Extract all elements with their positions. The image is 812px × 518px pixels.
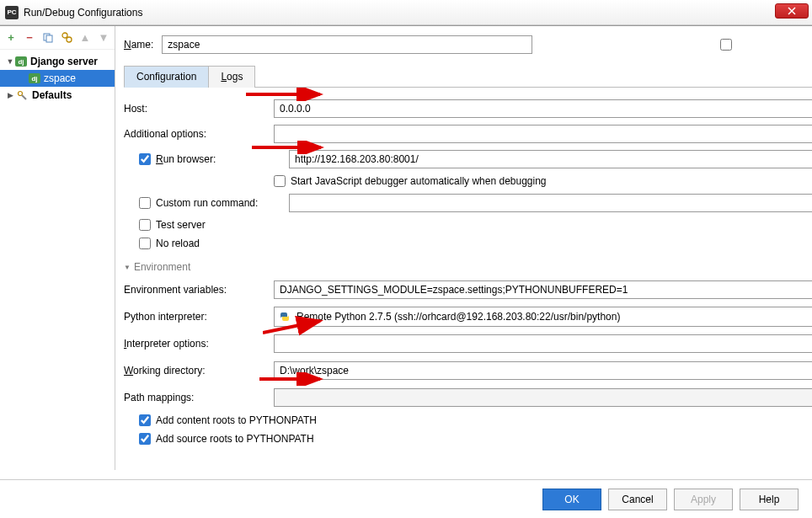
django-icon: dj	[15, 56, 27, 67]
svg-point-4	[18, 91, 22, 95]
sidebar: + − ▲ ▼ ▼ dj Django server dj zspace ▶	[0, 26, 115, 470]
apply-button[interactable]: Apply	[674, 489, 733, 510]
name-label: Name:	[124, 39, 153, 51]
expand-icon: ▼	[5, 57, 15, 66]
copy-icon[interactable]	[42, 32, 54, 44]
share-checkbox[interactable]: Share	[541, 39, 812, 51]
remove-icon[interactable]: −	[24, 32, 35, 44]
close-icon	[787, 7, 797, 15]
close-button[interactable]	[775, 3, 809, 19]
svg-point-2	[62, 33, 67, 38]
svg-point-3	[67, 37, 72, 42]
workdir-label: Working directory:	[124, 365, 267, 376]
app-icon: PC	[5, 6, 19, 19]
tree-node-django-server[interactable]: ▼ dj Django server	[0, 53, 115, 70]
window-title: Run/Debug Configurations	[24, 7, 142, 19]
chevron-down-icon: ▼	[124, 264, 131, 271]
test-server-checkbox[interactable]: Test server	[139, 219, 206, 231]
tab-logs[interactable]: Logs	[208, 66, 255, 88]
env-vars-input[interactable]	[274, 280, 812, 299]
tree-node-defaults[interactable]: ▶ Defaults	[0, 87, 115, 104]
expand-icon: ▶	[5, 91, 15, 99]
tree-node-zspace[interactable]: dj zspace	[0, 70, 115, 87]
addl-options-input[interactable]	[274, 125, 812, 143]
python-icon	[278, 310, 291, 323]
down-icon[interactable]: ▼	[98, 32, 110, 44]
custom-run-input[interactable]	[289, 194, 812, 212]
wrench-icon	[15, 89, 29, 101]
svg-rect-1	[46, 35, 52, 42]
name-row: Name: Share Single instance only	[124, 33, 812, 56]
run-browser-checkbox[interactable]: Run browser:	[139, 153, 282, 165]
up-icon[interactable]: ▲	[79, 32, 91, 44]
content-panel: Name: Share Single instance only Configu…	[115, 26, 812, 470]
env-vars-label: Environment variables:	[124, 284, 267, 296]
interp-opts-input[interactable]	[274, 334, 812, 353]
host-input[interactable]	[274, 99, 812, 118]
no-reload-checkbox[interactable]: No reload	[139, 238, 200, 249]
workdir-input[interactable]	[274, 361, 812, 380]
config-tree: ▼ dj Django server dj zspace ▶ Defaults	[0, 50, 115, 104]
sidebar-toolbar: + − ▲ ▼	[0, 26, 115, 50]
name-input[interactable]	[162, 35, 532, 54]
content-roots-checkbox[interactable]: Add content roots to PYTHONPATH	[139, 414, 317, 426]
help-button[interactable]: Help	[740, 489, 799, 510]
environment-section-header[interactable]: ▼ Environment	[124, 261, 812, 273]
pathmap-input[interactable]	[274, 388, 812, 407]
dialog-footer: OK Cancel Apply Help	[0, 479, 812, 518]
add-icon[interactable]: +	[5, 32, 17, 44]
tabs: Configuration Logs	[124, 65, 812, 88]
interp-opts-label: Interpreter options:	[124, 338, 267, 350]
source-roots-checkbox[interactable]: Add source roots to PYTHONPATH	[139, 433, 314, 445]
ok-button[interactable]: OK	[542, 489, 601, 510]
custom-run-checkbox[interactable]: Custom run command:	[139, 197, 282, 209]
addl-options-label: Additional options:	[124, 128, 267, 140]
host-label: Host:	[124, 103, 267, 115]
settings-icon[interactable]	[61, 32, 72, 44]
pathmap-label: Path mappings:	[124, 392, 267, 403]
cancel-button[interactable]: Cancel	[608, 489, 667, 510]
django-icon: dj	[29, 73, 40, 83]
titlebar: PC Run/Debug Configurations	[0, 0, 812, 25]
main-area: + − ▲ ▼ ▼ dj Django server dj zspace ▶	[0, 25, 812, 470]
py-interp-label: Python interpreter:	[124, 311, 267, 323]
config-form: Host: Port: Additional options: Run brow…	[124, 93, 812, 451]
py-interp-select[interactable]: Remote Python 2.7.5 (ssh://orhcard@192.1…	[274, 307, 812, 327]
js-debugger-checkbox[interactable]: Start JavaScript debugger automatically …	[274, 175, 547, 187]
run-browser-input[interactable]	[289, 150, 812, 168]
tab-configuration[interactable]: Configuration	[124, 66, 209, 88]
